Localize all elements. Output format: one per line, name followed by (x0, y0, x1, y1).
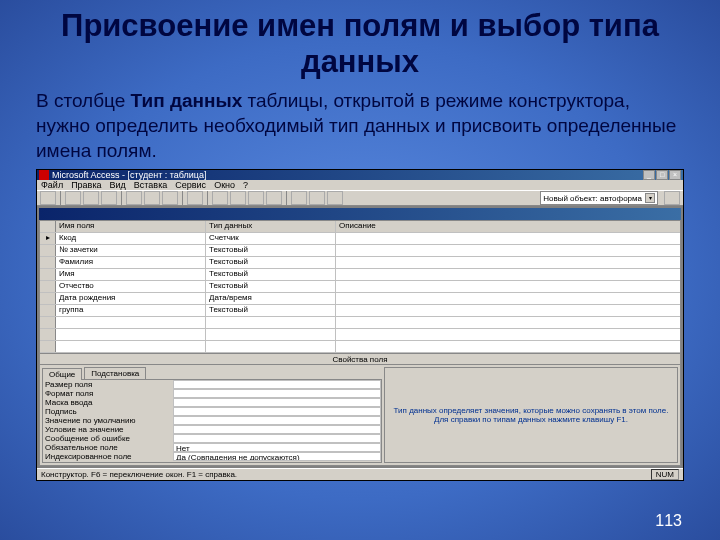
row-selector[interactable] (40, 257, 56, 268)
table-row[interactable]: ▸ Ккод Счетчик (40, 233, 680, 245)
table-row[interactable]: Фамилия Текстовый (40, 257, 680, 269)
chevron-down-icon[interactable]: ▾ (645, 193, 655, 203)
row-selector[interactable]: ▸ (40, 233, 56, 244)
row-selector[interactable] (40, 281, 56, 292)
prop-value[interactable] (173, 380, 381, 389)
tool-cut-icon[interactable] (126, 191, 142, 205)
row-selector[interactable] (40, 293, 56, 304)
prop-label: Обязательное поле (43, 443, 173, 452)
menu-edit[interactable]: Правка (71, 180, 101, 190)
status-bar: Конструктор. F6 = переключение окон. F1 … (37, 468, 683, 480)
app-title: Microsoft Access - [студент : таблица] (52, 170, 643, 180)
tool-dbwindow-icon[interactable] (327, 191, 343, 205)
tool-print-icon[interactable] (83, 191, 99, 205)
field-name-cell[interactable]: Отчество (56, 281, 206, 292)
field-desc-cell[interactable] (336, 233, 680, 244)
prop-value[interactable] (173, 398, 381, 407)
field-name-cell[interactable]: группа (56, 305, 206, 316)
tool-indexes-icon[interactable] (230, 191, 246, 205)
field-desc-cell[interactable] (336, 245, 680, 256)
tool-deleterow-icon[interactable] (266, 191, 282, 205)
tool-insertrow-icon[interactable] (248, 191, 264, 205)
grid-header: Имя поля Тип данных Описание (40, 221, 680, 233)
minimize-button[interactable]: _ (643, 170, 655, 180)
menu-tools[interactable]: Сервис (175, 180, 206, 190)
table-row[interactable] (40, 329, 680, 341)
prop-label: Формат поля (43, 389, 173, 398)
new-object-combo[interactable]: Новый объект: автоформа ▾ (540, 191, 658, 205)
app-icon (39, 170, 49, 180)
field-type-cell[interactable]: Текстовый (206, 281, 336, 292)
field-type-cell[interactable]: Текстовый (206, 257, 336, 268)
app-titlebar: Microsoft Access - [студент : таблица] _… (37, 170, 683, 180)
row-selector[interactable] (40, 305, 56, 316)
tool-paste-icon[interactable] (162, 191, 178, 205)
body-prefix: В столбце (36, 90, 131, 111)
table-row[interactable] (40, 341, 680, 353)
inner-titlebar (39, 208, 681, 220)
table-row[interactable]: Имя Текстовый (40, 269, 680, 281)
menu-view[interactable]: Вид (110, 180, 126, 190)
tool-properties-icon[interactable] (291, 191, 307, 205)
tool-build-icon[interactable] (309, 191, 325, 205)
tab-general[interactable]: Общие (42, 368, 82, 380)
row-selector[interactable] (40, 269, 56, 280)
prop-value[interactable] (173, 389, 381, 398)
properties-left: Общие Подстановка Размер поля Формат пол… (42, 367, 382, 463)
field-type-cell[interactable]: Текстовый (206, 305, 336, 316)
tool-view-icon[interactable] (40, 191, 56, 205)
col-type[interactable]: Тип данных (206, 221, 336, 232)
table-row[interactable] (40, 317, 680, 329)
prop-value[interactable]: Да (Совпадения не допускаются) (173, 452, 381, 461)
col-name[interactable]: Имя поля (56, 221, 206, 232)
menu-window[interactable]: Окно (214, 180, 235, 190)
tool-copy-icon[interactable] (144, 191, 160, 205)
field-name-cell[interactable]: Имя (56, 269, 206, 280)
row-selector[interactable] (40, 245, 56, 256)
close-button[interactable]: × (669, 170, 681, 180)
tool-preview-icon[interactable] (101, 191, 117, 205)
status-numlock: NUM (651, 469, 679, 480)
table-row[interactable]: Отчество Текстовый (40, 281, 680, 293)
menu-file[interactable]: Файл (41, 180, 63, 190)
field-name-cell[interactable]: Дата рождения (56, 293, 206, 304)
prop-value[interactable] (173, 407, 381, 416)
prop-value[interactable] (173, 416, 381, 425)
property-help: Тип данных определяет значения, которые … (384, 367, 678, 463)
field-type-cell[interactable]: Счетчик (206, 233, 336, 244)
field-type-cell[interactable]: Дата/время (206, 293, 336, 304)
prop-label: Сообщение об ошибке (43, 434, 173, 443)
table-row[interactable]: № зачетки Текстовый (40, 245, 680, 257)
prop-value[interactable]: Нет (173, 443, 381, 452)
tool-key-icon[interactable] (212, 191, 228, 205)
tab-lookup[interactable]: Подстановка (84, 367, 146, 379)
field-desc-cell[interactable] (336, 281, 680, 292)
prop-label: Маска ввода (43, 398, 173, 407)
field-desc-cell[interactable] (336, 305, 680, 316)
field-type-cell[interactable]: Текстовый (206, 269, 336, 280)
field-name-cell[interactable]: Ккод (56, 233, 206, 244)
menu-help[interactable]: ? (243, 180, 248, 190)
field-name-cell[interactable]: № зачетки (56, 245, 206, 256)
field-name-cell[interactable]: Фамилия (56, 257, 206, 268)
menu-insert[interactable]: Вставка (134, 180, 167, 190)
slide-title: Присвоение имен полям и выбор типа данны… (30, 8, 690, 79)
field-desc-cell[interactable] (336, 269, 680, 280)
tool-help-icon[interactable] (664, 191, 680, 205)
field-type-cell[interactable]: Текстовый (206, 245, 336, 256)
prop-value[interactable] (173, 434, 381, 443)
tool-save-icon[interactable] (65, 191, 81, 205)
field-desc-cell[interactable] (336, 293, 680, 304)
properties-table: Размер поля Формат поля Маска ввода Подп… (42, 379, 382, 463)
field-desc-cell[interactable] (336, 257, 680, 268)
table-row[interactable]: группа Текстовый (40, 305, 680, 317)
toolbar: Новый объект: автоформа ▾ (37, 190, 683, 206)
window-buttons: _ □ × (643, 170, 681, 180)
prop-label: Размер поля (43, 380, 173, 389)
col-desc[interactable]: Описание (336, 221, 680, 232)
tool-undo-icon[interactable] (187, 191, 203, 205)
table-row[interactable]: Дата рождения Дата/время (40, 293, 680, 305)
prop-value[interactable] (173, 425, 381, 434)
maximize-button[interactable]: □ (656, 170, 668, 180)
slide-body: В столбце Тип данных таблицы, открытой в… (36, 89, 684, 163)
